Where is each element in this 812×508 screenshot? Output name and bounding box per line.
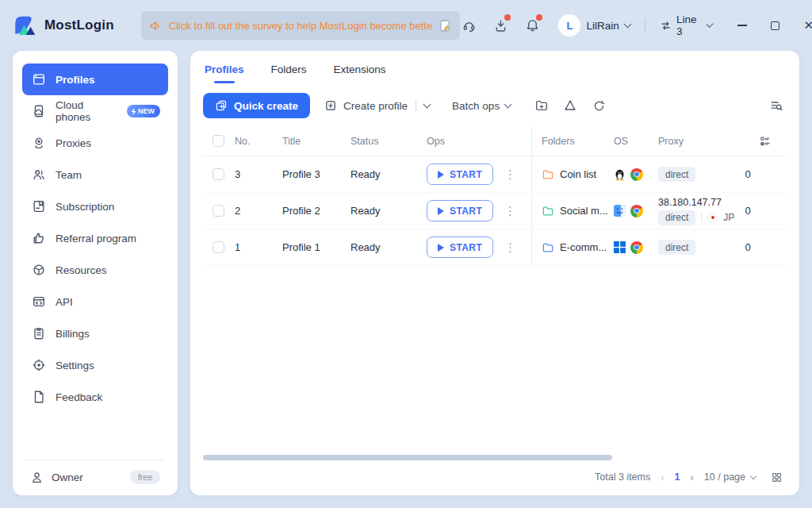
scrollbar-thumb[interactable] — [203, 455, 612, 460]
team-icon — [32, 167, 46, 182]
row-menu-button[interactable]: ⋮ — [501, 167, 519, 182]
cell-folder: E-comm... — [531, 229, 614, 265]
play-icon — [438, 207, 444, 215]
new-badge: NEW — [127, 105, 160, 117]
add-folder-button[interactable] — [531, 95, 552, 116]
row-menu-button[interactable]: ⋮ — [501, 203, 519, 218]
start-button[interactable]: START — [427, 237, 493, 258]
sidebar-item-label: Feedback — [56, 391, 160, 403]
table-empty-area — [203, 266, 787, 455]
cell-proxy: 38.180.147.77 direct JP — [658, 197, 741, 225]
search-filter-button[interactable] — [766, 95, 787, 116]
play-icon — [438, 171, 444, 179]
cell-title: Profile 3 — [282, 168, 350, 180]
close-icon: ✕ — [804, 18, 812, 33]
notifications-button[interactable] — [523, 16, 541, 35]
batch-ops-dropdown[interactable]: Batch ops — [452, 100, 511, 112]
col-header-no: No. — [235, 136, 282, 147]
sidebar-item-label: Cloud phones — [56, 99, 117, 123]
line-selector[interactable]: Line 3 — [660, 13, 713, 37]
next-page-button[interactable]: › — [691, 472, 694, 483]
start-button[interactable]: START — [427, 164, 493, 185]
chevron-down-icon — [623, 21, 631, 29]
sidebar-spacer — [13, 413, 178, 460]
table-row[interactable]: 3 Profile 3 Ready START ⋮ Coin list — [203, 156, 787, 193]
grid-view-button[interactable] — [766, 467, 787, 487]
cell-proxy: direct — [658, 167, 741, 182]
folder-icon — [542, 205, 554, 217]
tab-profiles[interactable]: Profiles — [205, 64, 244, 83]
row-checkbox[interactable] — [213, 241, 224, 253]
page-size-label: 10 / page — [704, 471, 745, 483]
sidebar-divider — [25, 460, 165, 460]
proxy-ip: 38.180.147.77 — [658, 197, 741, 208]
column-settings-button[interactable] — [755, 131, 776, 152]
owner-row[interactable]: Owner free — [13, 470, 178, 484]
cell-folder: Social m... — [531, 193, 614, 229]
new-badge-label: NEW — [138, 107, 155, 115]
cell-os — [614, 205, 658, 217]
proxy-type: direct — [658, 167, 695, 182]
proxy-divider — [701, 214, 702, 222]
quick-create-button[interactable]: Quick create — [203, 93, 310, 118]
chevron-down-icon — [750, 473, 756, 479]
split-divider — [416, 100, 416, 111]
survey-banner[interactable]: Click to fill out the survey to help Mos… — [141, 11, 460, 40]
prev-page-button[interactable]: ‹ — [661, 472, 664, 483]
sidebar-item-api[interactable]: API — [22, 286, 168, 318]
create-profile-button[interactable]: Create profile — [324, 99, 430, 112]
resources-icon — [32, 263, 46, 277]
tab-folders[interactable]: Folders — [271, 64, 307, 83]
sidebar-item-feedback[interactable]: Feedback — [22, 381, 168, 413]
minimize-button[interactable] — [733, 17, 751, 34]
maximize-button[interactable] — [767, 17, 784, 34]
current-page[interactable]: 1 — [675, 471, 680, 483]
row-checkbox[interactable] — [213, 168, 224, 180]
downloads-button[interactable] — [492, 16, 509, 35]
refresh-button[interactable] — [588, 95, 609, 116]
start-button[interactable]: START — [427, 200, 493, 221]
close-button[interactable]: ✕ — [800, 17, 812, 34]
sidebar-item-settings[interactable]: Settings — [22, 349, 168, 381]
batch-ops-label: Batch ops — [452, 100, 500, 112]
row-checkbox[interactable] — [213, 205, 224, 217]
cell-no: 3 — [235, 168, 282, 180]
cell-title: Profile 1 — [282, 241, 350, 253]
owner-label: Owner — [52, 471, 122, 483]
sidebar-item-subscription[interactable]: Subscription — [22, 190, 168, 222]
sidebar-item-billings[interactable]: Billings — [22, 318, 168, 349]
avatar: L — [558, 14, 580, 37]
refresh-icon — [592, 99, 606, 113]
sidebar-item-profiles[interactable]: Profiles — [22, 64, 168, 95]
create-profile-label: Create profile — [343, 100, 408, 112]
sidebar-item-cloud-phones[interactable]: Cloud phones NEW — [22, 95, 168, 127]
sidebar-item-proxies[interactable]: Proxies — [22, 127, 168, 159]
row-menu-button[interactable]: ⋮ — [501, 240, 519, 255]
folder-icon — [542, 241, 554, 254]
sidebar-item-label: Billings — [56, 328, 160, 340]
page-size-select[interactable]: 10 / page — [704, 471, 756, 483]
network-line-icon — [660, 19, 672, 33]
plan-badge: free — [130, 470, 160, 484]
folder-plus-icon — [534, 98, 549, 113]
recycle-bin-button[interactable] — [560, 95, 580, 116]
sidebar-item-resources[interactable]: Resources — [22, 254, 168, 286]
select-all-checkbox[interactable] — [213, 135, 224, 147]
sidebar-item-team[interactable]: Team — [22, 159, 168, 190]
user-menu[interactable]: L LilRain — [558, 14, 630, 37]
sidebar-item-referral-program[interactable]: Referral program — [22, 222, 168, 254]
col-header-folders: Folders — [531, 126, 614, 156]
cell-title: Profile 2 — [282, 205, 350, 217]
chevron-down-icon[interactable] — [423, 101, 431, 109]
support-button[interactable] — [460, 16, 477, 35]
billings-icon — [32, 326, 46, 341]
table-row[interactable]: 1 Profile 1 Ready START ⋮ E-comm... dire… — [203, 229, 787, 266]
tab-extensions[interactable]: Extensions — [334, 64, 386, 83]
speaker-icon — [149, 19, 163, 33]
table-row[interactable]: 2 Profile 2 Ready START ⋮ Social m... — [203, 193, 787, 229]
survey-banner-text: Click to fill out the survey to help Mos… — [169, 20, 432, 32]
bolt-icon — [131, 108, 136, 115]
proxy-type: direct — [658, 210, 695, 225]
sidebar-item-label: Resources — [56, 264, 160, 276]
folder-name: Coin list — [560, 168, 596, 180]
